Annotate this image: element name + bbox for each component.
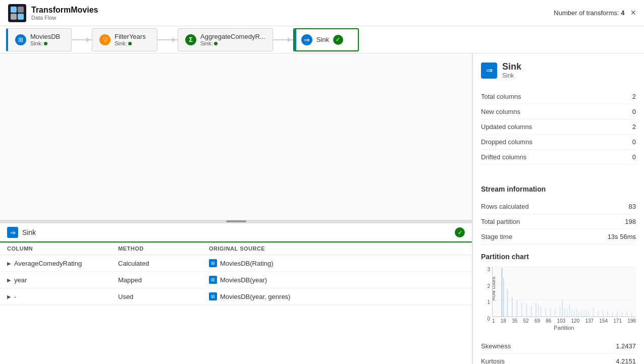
- bottom-panel: ⇒ Sink ✓ COLUMN METHOD ORIGINAL SOURCE ▶…: [0, 223, 472, 364]
- pipeline-step-moviesdb[interactable]: ⊞ MoviesDB Sink:: [6, 28, 72, 51]
- column-stats: Total columns 2 New columns 0 Updated co…: [481, 89, 636, 165]
- panel-icon: ⇒: [481, 63, 497, 79]
- sink-icon: ⇒: [301, 34, 312, 45]
- svg-rect-30: [588, 311, 589, 317]
- source-header: ORIGINAL SOURCE: [209, 246, 465, 252]
- svg-rect-35: [612, 312, 613, 317]
- row-col-1: ▶ AverageComedyRating: [7, 260, 118, 267]
- stream-info-title: Stream information: [481, 185, 636, 193]
- svg-rect-28: [583, 311, 584, 317]
- svg-rect-26: [578, 311, 579, 317]
- col-method-2: Mapped: [118, 276, 209, 284]
- col-name-2: year: [14, 276, 27, 284]
- svg-rect-19: [562, 300, 563, 317]
- scrollbar-thumb[interactable]: [226, 220, 246, 222]
- svg-rect-37: [622, 312, 623, 317]
- pipeline-step-filteryears[interactable]: ▽ FilterYears Sink:: [92, 28, 157, 51]
- svg-rect-15: [545, 308, 546, 317]
- aggregate-name: AggregateComedyR...: [200, 33, 265, 40]
- svg-rect-22: [569, 305, 570, 317]
- svg-rect-14: [541, 307, 542, 317]
- expand-arrow-2[interactable]: ▶: [7, 277, 11, 283]
- pipeline-step-sink[interactable]: ⇒ Sink ✓: [293, 28, 359, 51]
- col-name-1: AverageComedyRating: [14, 260, 82, 267]
- stat-row: Stage time 13s 56ms: [481, 229, 636, 245]
- svg-rect-34: [607, 311, 608, 317]
- bottom-panel-title: ⇒ Sink: [7, 227, 36, 238]
- panel-header: ⇒ Sink Sink: [481, 62, 636, 79]
- col-method-3: Used: [118, 293, 209, 300]
- arrow-2: [157, 39, 178, 40]
- svg-rect-38: [626, 311, 627, 317]
- svg-rect-36: [617, 311, 618, 317]
- chart-x-label: Partition: [492, 325, 636, 331]
- moviesdb-name: MoviesDB: [30, 33, 60, 40]
- svg-rect-4: [501, 268, 503, 317]
- col-source-3: MoviesDB(year, genres): [220, 293, 290, 300]
- column-header: COLUMN: [7, 246, 118, 252]
- row-col-2: ▶ year: [7, 276, 118, 284]
- filteryears-icon: ▽: [99, 34, 111, 45]
- filteryears-name: FilterYears: [115, 33, 146, 40]
- method-header: METHOD: [118, 246, 209, 252]
- src-icon-1: ⊞: [209, 259, 217, 267]
- pipeline-step-aggregate[interactable]: Σ AggregateComedyR... Sink:: [178, 28, 273, 51]
- svg-rect-9: [521, 303, 522, 317]
- app-subtitle: Data Flow: [31, 15, 98, 21]
- expand-arrow-1[interactable]: ▶: [7, 261, 11, 266]
- svg-rect-5: [503, 278, 504, 317]
- col-source-1: MoviesDB(Rating): [220, 260, 273, 267]
- svg-rect-20: [564, 308, 565, 317]
- svg-rect-18: [560, 307, 561, 317]
- moviesdb-icon: ⊞: [15, 34, 26, 45]
- chart-y-axis: 3 2 1 0: [481, 267, 490, 331]
- panel-title: Sink: [502, 62, 521, 72]
- svg-rect-31: [593, 309, 594, 317]
- stat-row: Rows calculated 83: [481, 199, 636, 214]
- svg-rect-24: [574, 310, 575, 317]
- stream-stats: Rows calculated 83 Total partition 198 S…: [481, 199, 636, 245]
- stat-row: Dropped columns 0: [481, 135, 636, 150]
- pipeline: ⊞ MoviesDB Sink: ▽ FilterYears Sink: Σ A…: [0, 26, 644, 53]
- canvas-top: [0, 53, 472, 220]
- bottom-panel-icon: ⇒: [7, 227, 18, 238]
- panel-subtitle: Sink: [502, 72, 521, 79]
- right-panel: ⇒ Sink Sink Total columns 2 New columns …: [472, 53, 644, 364]
- chart-x-axis: 1 18 35 52 69 86 103 120 137 154 171 198: [492, 318, 636, 324]
- table-row: ▶ year Mapped ⊞ MoviesDB(year): [0, 272, 472, 288]
- svg-rect-27: [581, 310, 582, 317]
- bottom-panel-check: ✓: [455, 227, 465, 237]
- header-left: TransformMovies Data Flow: [8, 4, 98, 22]
- svg-rect-13: [538, 305, 539, 317]
- chart-area: Row count: [492, 267, 636, 317]
- table-row: ▶ AverageComedyRating Calculated ⊞ Movie…: [0, 255, 472, 272]
- sink-name: Sink: [316, 36, 329, 43]
- stat-row: Drifted columns 0: [481, 150, 636, 165]
- skew-stats: Skewness 1.2437 Kurtosis 4.2151: [481, 339, 636, 364]
- svg-rect-25: [576, 309, 577, 317]
- table-row: ▶ - Used ⊞ MoviesDB(year, genres): [0, 288, 472, 305]
- svg-rect-17: [555, 309, 556, 317]
- svg-rect-32: [598, 311, 599, 317]
- partition-chart-title: Partition chart: [481, 253, 636, 261]
- svg-rect-29: [586, 310, 587, 317]
- column-table: COLUMN METHOD ORIGINAL SOURCE ▶ AverageC…: [0, 242, 472, 305]
- chart-svg: [493, 267, 636, 317]
- svg-rect-7: [512, 297, 513, 317]
- moviesdb-sink: Sink:: [30, 40, 60, 46]
- close-button[interactable]: ×: [630, 8, 636, 18]
- expand-arrow-3[interactable]: ▶: [7, 294, 11, 299]
- app-title: TransformMovies: [31, 6, 98, 15]
- aggregate-icon: Σ: [185, 34, 196, 45]
- transforms-count: Number of transforms: 4: [554, 9, 624, 17]
- stat-row-kurtosis: Kurtosis 4.2151: [481, 354, 636, 364]
- svg-rect-12: [535, 303, 536, 317]
- arrow-3: [273, 39, 293, 40]
- svg-rect-39: [631, 312, 632, 317]
- src-icon-2: ⊞: [209, 276, 217, 284]
- stat-row: Total partition 198: [481, 214, 636, 229]
- app-icon: [8, 4, 26, 22]
- row-col-3: ▶ -: [7, 293, 118, 300]
- stat-row-skewness: Skewness 1.2437: [481, 339, 636, 354]
- svg-rect-8: [516, 300, 517, 317]
